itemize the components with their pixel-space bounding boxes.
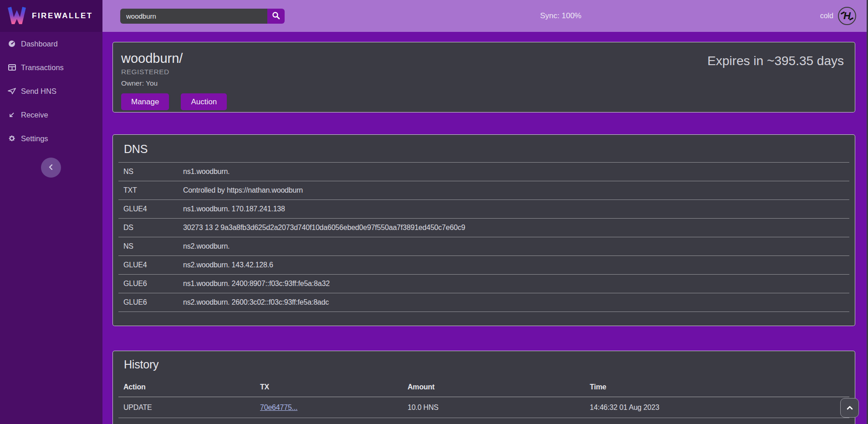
- dns-record-type: GLUE4: [118, 205, 183, 213]
- sidebar: FIREWALLET DashboardTransactionsSend HNS…: [0, 0, 102, 424]
- history-amount: 10.0 HNS: [408, 404, 590, 412]
- chevron-left-icon: [48, 164, 54, 172]
- history-row: RENEWd7b3c1...10.0 HNS15:47:36 07 Jul 20…: [118, 418, 849, 424]
- sidebar-item-transactions[interactable]: Transactions: [0, 58, 102, 77]
- sidebar-item-label: Receive: [21, 111, 48, 119]
- sidebar-item-receive[interactable]: Receive: [0, 106, 102, 124]
- brand-header: FIREWALLET: [0, 0, 102, 32]
- receive-icon: [8, 112, 16, 118]
- transactions-icon: [8, 64, 16, 71]
- dns-record-type: NS: [118, 242, 183, 250]
- dns-record-row: GLUE6ns2.woodburn. 2600:3c02::f03c:93ff:…: [118, 293, 849, 312]
- app-window: FIREWALLET DashboardTransactionsSend HNS…: [0, 0, 868, 424]
- dns-record-type: GLUE4: [118, 261, 183, 269]
- search-button[interactable]: [267, 9, 285, 24]
- column-header-time: Time: [590, 383, 849, 391]
- wallet-name: cold: [820, 12, 833, 20]
- column-header-action: Action: [118, 383, 260, 391]
- firewallet-logo-icon: [7, 6, 26, 26]
- brand-name: FIREWALLET: [32, 11, 93, 20]
- history-row: UPDATE70e64775...10.0 HNS14:46:32 01 Aug…: [118, 397, 849, 418]
- domain-status: REGISTERED: [121, 68, 227, 76]
- history-title: History: [124, 358, 844, 371]
- dns-record-value: Controlled by https://nathan.woodburn: [183, 186, 849, 194]
- main-area: Sync: 100% cold H woodburn/ REGISTERED O…: [102, 0, 868, 424]
- history-card: History Action TX Amount Time UPDATE70e6…: [112, 351, 855, 424]
- page-content: woodburn/ REGISTERED Owner: You Manage A…: [102, 32, 868, 424]
- sidebar-item-dashboard[interactable]: Dashboard: [0, 35, 102, 53]
- history-table: Action TX Amount Time UPDATE70e64775...1…: [118, 378, 849, 424]
- send-icon: [8, 88, 16, 94]
- sync-status: Sync: 100%: [540, 0, 582, 32]
- dns-record-value: 30273 13 2 9a3a8fb3d625d2a2073d740f10da6…: [183, 224, 849, 232]
- dns-record-type: NS: [118, 168, 183, 176]
- dns-record-value: ns1.woodburn. 2400:8907::f03c:93ff:fe5a:…: [183, 280, 849, 288]
- history-tx-cell: 70e64775...: [260, 404, 408, 412]
- column-header-amount: Amount: [408, 383, 590, 391]
- domain-owner: Owner: You: [121, 79, 227, 87]
- domain-card: woodburn/ REGISTERED Owner: You Manage A…: [112, 42, 855, 112]
- history-rows: UPDATE70e64775...10.0 HNS14:46:32 01 Aug…: [118, 397, 849, 424]
- history-action: UPDATE: [118, 404, 260, 412]
- sidebar-collapse-button[interactable]: [41, 158, 61, 178]
- dns-record-type: TXT: [118, 186, 183, 194]
- search-icon: [272, 11, 280, 21]
- auction-button[interactable]: Auction: [181, 93, 227, 110]
- dns-record-value: ns1.woodburn. 170.187.241.138: [183, 205, 849, 213]
- dns-record-type: GLUE6: [118, 280, 183, 288]
- topbar: Sync: 100% cold H: [102, 0, 868, 32]
- sidebar-item-send-hns[interactable]: Send HNS: [0, 82, 102, 100]
- chevron-up-icon: [847, 404, 853, 411]
- sidebar-item-label: Settings: [21, 134, 48, 143]
- domain-actions: Manage Auction: [121, 93, 227, 110]
- scroll-to-top-button[interactable]: [840, 398, 859, 418]
- expires-label: Expires in ~395.35 days: [707, 48, 844, 112]
- history-time: 14:46:32 01 Aug 2023: [590, 404, 849, 412]
- dns-record-value: ns2.woodburn. 2600:3c02::f03c:93ff:fe5a:…: [183, 298, 849, 307]
- dashboard-icon: [8, 40, 16, 47]
- sidebar-item-label: Dashboard: [21, 40, 58, 48]
- dns-record-row: TXTControlled by https://nathan.woodburn: [118, 181, 849, 200]
- manage-button[interactable]: Manage: [121, 93, 169, 110]
- dns-record-value: ns1.woodburn.: [183, 168, 849, 176]
- settings-icon: [8, 135, 16, 142]
- sidebar-item-label: Transactions: [21, 63, 64, 72]
- dns-record-table: NSns1.woodburn.TXTControlled by https://…: [118, 163, 849, 312]
- dns-record-value: ns2.woodburn. 143.42.128.6: [183, 261, 849, 269]
- dns-title: DNS: [124, 143, 844, 156]
- wallet-selector[interactable]: cold H: [820, 7, 857, 25]
- domain-info: woodburn/ REGISTERED Owner: You Manage A…: [121, 48, 227, 112]
- sidebar-item-settings[interactable]: Settings: [0, 129, 102, 148]
- search-group: [120, 9, 285, 24]
- tx-link[interactable]: 70e64775...: [260, 404, 297, 411]
- dns-record-row: NSns2.woodburn.: [118, 237, 849, 256]
- dns-record-value: ns2.woodburn.: [183, 242, 849, 250]
- column-header-tx: TX: [260, 383, 408, 391]
- dns-record-type: GLUE6: [118, 298, 183, 307]
- dns-record-row: NSns1.woodburn.: [118, 163, 849, 181]
- search-input[interactable]: [120, 9, 267, 24]
- dns-record-row: DS30273 13 2 9a3a8fb3d625d2a2073d740f10d…: [118, 219, 849, 237]
- dns-record-row: GLUE6ns1.woodburn. 2400:8907::f03c:93ff:…: [118, 275, 849, 293]
- dns-record-row: GLUE4ns1.woodburn. 170.187.241.138: [118, 200, 849, 219]
- dns-record-type: DS: [118, 224, 183, 232]
- sidebar-nav: DashboardTransactionsSend HNSReceiveSett…: [0, 32, 102, 148]
- sidebar-item-label: Send HNS: [21, 87, 56, 96]
- dns-card: DNS NSns1.woodburn.TXTControlled by http…: [112, 134, 855, 326]
- handshake-logo-icon: H: [838, 7, 856, 25]
- history-header-row: Action TX Amount Time: [118, 378, 849, 397]
- dns-record-row: GLUE4ns2.woodburn. 143.42.128.6: [118, 256, 849, 275]
- domain-name: woodburn/: [121, 51, 227, 66]
